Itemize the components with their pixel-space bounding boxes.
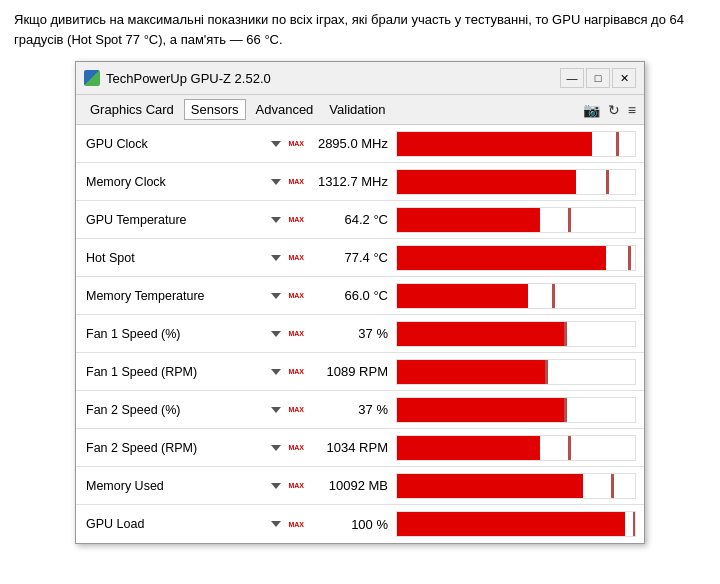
sensor-max-label: MAX: [287, 368, 305, 375]
window-title: TechPowerUp GPU-Z 2.52.0: [106, 71, 271, 86]
sensor-bar-container: [396, 511, 636, 537]
sensor-row: Fan 1 Speed (RPM) MAX 1089 RPM: [76, 353, 644, 391]
sensor-value: 2895.0 MHz: [306, 136, 396, 151]
sensor-dropdown[interactable]: [265, 179, 287, 185]
sensor-row: Memory Clock MAX 1312.7 MHz: [76, 163, 644, 201]
tab-advanced[interactable]: Advanced: [250, 100, 320, 119]
sensor-row: Fan 1 Speed (%) MAX 37 %: [76, 315, 644, 353]
sensor-name: Fan 1 Speed (RPM): [80, 365, 265, 379]
sensor-bar-fill: [397, 398, 564, 422]
sensor-bar-spike: [606, 170, 609, 194]
sensor-max-label: MAX: [287, 406, 305, 413]
sensor-value: 10092 MB: [306, 478, 396, 493]
sensor-name: GPU Load: [80, 517, 265, 531]
sensor-bar-container: [396, 359, 636, 385]
camera-icon[interactable]: 📷: [583, 102, 600, 118]
sensor-name: Hot Spot: [80, 251, 265, 265]
sensor-bar-spike: [564, 398, 567, 422]
dropdown-arrow-icon[interactable]: [271, 179, 281, 185]
sensor-dropdown[interactable]: [265, 141, 287, 147]
dropdown-arrow-icon[interactable]: [271, 369, 281, 375]
dropdown-arrow-icon[interactable]: [271, 293, 281, 299]
sensor-bar-container: [396, 473, 636, 499]
sensor-name: Memory Clock: [80, 175, 265, 189]
sensor-value: 1089 RPM: [306, 364, 396, 379]
sensor-bar-fill: [397, 170, 576, 194]
sensor-bar-spike: [611, 474, 614, 498]
sensor-max-label: MAX: [287, 521, 305, 528]
sensor-name: GPU Clock: [80, 137, 265, 151]
tab-graphics-card[interactable]: Graphics Card: [84, 100, 180, 119]
sensor-bar-container: [396, 245, 636, 271]
sensor-bar-spike: [568, 436, 571, 460]
sensor-value: 37 %: [306, 402, 396, 417]
menu-bar: Graphics Card Sensors Advanced Validatio…: [76, 95, 644, 125]
sensor-bar-container: [396, 131, 636, 157]
sensor-name: Fan 1 Speed (%): [80, 327, 265, 341]
sensor-bar-fill: [397, 284, 528, 308]
sensor-dropdown[interactable]: [265, 445, 287, 451]
dropdown-arrow-icon[interactable]: [271, 217, 281, 223]
sensor-bar-container: [396, 207, 636, 233]
sensor-bar-spike: [616, 132, 619, 156]
sensor-bar-fill: [397, 474, 583, 498]
dropdown-arrow-icon[interactable]: [271, 445, 281, 451]
sensor-bar-fill: [397, 360, 545, 384]
hamburger-menu-icon[interactable]: ≡: [628, 102, 636, 118]
sensor-dropdown[interactable]: [265, 407, 287, 413]
sensor-row: GPU Load MAX 100 %: [76, 505, 644, 543]
intro-text: Якщо дивитись на максимальні показники п…: [14, 10, 706, 49]
title-bar-left: TechPowerUp GPU-Z 2.52.0: [84, 70, 271, 86]
sensor-bar-spike: [552, 284, 555, 308]
sensor-bar-spike: [628, 246, 631, 270]
refresh-icon[interactable]: ↻: [608, 102, 620, 118]
tab-validation[interactable]: Validation: [323, 100, 391, 119]
sensor-value: 64.2 °C: [306, 212, 396, 227]
sensor-bar-container: [396, 435, 636, 461]
dropdown-arrow-icon[interactable]: [271, 521, 281, 527]
sensor-bar-container: [396, 321, 636, 347]
sensor-max-label: MAX: [287, 444, 305, 451]
sensor-dropdown[interactable]: [265, 331, 287, 337]
sensor-dropdown[interactable]: [265, 217, 287, 223]
sensor-dropdown[interactable]: [265, 521, 287, 527]
sensor-max-label: MAX: [287, 216, 305, 223]
dropdown-arrow-icon[interactable]: [271, 483, 281, 489]
sensor-bar-spike: [568, 208, 571, 232]
sensor-dropdown[interactable]: [265, 483, 287, 489]
dropdown-arrow-icon[interactable]: [271, 141, 281, 147]
sensor-bar-container: [396, 169, 636, 195]
tab-sensors[interactable]: Sensors: [184, 99, 246, 120]
maximize-button[interactable]: □: [586, 68, 610, 88]
sensor-name: Fan 2 Speed (%): [80, 403, 265, 417]
menu-right-icons: 📷 ↻ ≡: [583, 102, 636, 118]
sensor-dropdown[interactable]: [265, 369, 287, 375]
window-controls: — □ ✕: [560, 68, 636, 88]
sensor-name: Fan 2 Speed (RPM): [80, 441, 265, 455]
sensor-value: 66.0 °C: [306, 288, 396, 303]
sensor-max-label: MAX: [287, 254, 305, 261]
sensor-max-label: MAX: [287, 140, 305, 147]
sensor-row: GPU Temperature MAX 64.2 °C: [76, 201, 644, 239]
close-button[interactable]: ✕: [612, 68, 636, 88]
sensor-bar-spike: [633, 512, 636, 536]
sensor-value: 37 %: [306, 326, 396, 341]
sensor-value: 1034 RPM: [306, 440, 396, 455]
sensor-row: GPU Clock MAX 2895.0 MHz: [76, 125, 644, 163]
sensors-panel: GPU Clock MAX 2895.0 MHz Memory Clock MA…: [76, 125, 644, 543]
sensor-value: 77.4 °C: [306, 250, 396, 265]
gpu-z-window: TechPowerUp GPU-Z 2.52.0 — □ ✕ Graphics …: [75, 61, 645, 544]
sensor-row: Hot Spot MAX 77.4 °C: [76, 239, 644, 277]
dropdown-arrow-icon[interactable]: [271, 407, 281, 413]
sensor-row: Memory Used MAX 10092 MB: [76, 467, 644, 505]
minimize-button[interactable]: —: [560, 68, 584, 88]
dropdown-arrow-icon[interactable]: [271, 331, 281, 337]
title-bar: TechPowerUp GPU-Z 2.52.0 — □ ✕: [76, 62, 644, 95]
sensor-dropdown[interactable]: [265, 293, 287, 299]
sensor-bar-spike: [545, 360, 548, 384]
app-icon: [84, 70, 100, 86]
dropdown-arrow-icon[interactable]: [271, 255, 281, 261]
sensor-dropdown[interactable]: [265, 255, 287, 261]
sensor-bar-fill: [397, 246, 606, 270]
sensor-bar-fill: [397, 132, 592, 156]
